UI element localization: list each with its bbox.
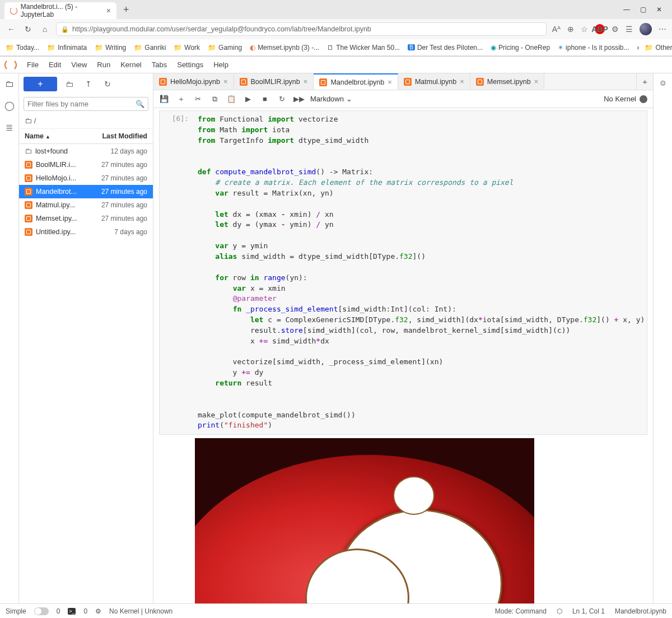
add-cell-icon[interactable]: ＋ xyxy=(176,94,186,104)
run-icon[interactable]: ▶ xyxy=(243,95,253,103)
document-tab[interactable]: Memset.ipynb× xyxy=(470,73,544,90)
file-row[interactable]: 🗀lost+found12 days ago xyxy=(19,144,153,158)
browser-chrome: Mandelbrot.i... (5) - JupyterLab × + — ▢… xyxy=(0,0,672,57)
overflow-icon[interactable]: › xyxy=(637,44,639,52)
maximize-button[interactable]: ▢ xyxy=(640,6,646,13)
file-row[interactable]: Matmul.ipy...27 minutes ago xyxy=(19,198,153,212)
new-launcher-button[interactable]: + xyxy=(24,77,57,91)
jupyter-body: 🗀 ◯ ≣ + 🗀 ⤒ ↻ 🔍 🗀 / Name▲ Last Modified … xyxy=(0,73,672,603)
tab-close-icon[interactable]: × xyxy=(106,7,111,15)
menu-settings[interactable]: Settings xyxy=(177,61,203,69)
bookmark-item[interactable]: 🗋The Wicker Man 50... xyxy=(327,44,400,52)
document-tab[interactable]: Matmul.ipynb× xyxy=(398,73,470,90)
bookmark-item[interactable]: 📁Work xyxy=(174,44,200,52)
tab-close-icon[interactable]: × xyxy=(304,77,308,86)
cell-type-select[interactable]: Markdown ⌄ xyxy=(310,95,352,103)
terminal-icon[interactable]: >_ xyxy=(68,608,76,615)
minimize-button[interactable]: — xyxy=(623,6,630,13)
notebook-icon xyxy=(319,78,327,86)
filter-input[interactable] xyxy=(27,100,136,108)
menu-kernel[interactable]: Kernel xyxy=(120,61,142,69)
menu-file[interactable]: File xyxy=(27,61,39,69)
document-tab[interactable]: HelloMojo.ipynb× xyxy=(153,73,234,90)
bookmark-item[interactable]: 📁Writing xyxy=(95,44,126,52)
address-row: ← ↻ ⌂ 🔒 https://playground.modular.com/u… xyxy=(0,19,672,39)
stop-icon[interactable]: ■ xyxy=(260,95,270,103)
file-row[interactable]: BoolMLIR.i...27 minutes ago xyxy=(19,158,153,171)
upload-icon[interactable]: ⤒ xyxy=(82,80,95,89)
toc-icon[interactable]: ≣ xyxy=(6,122,13,133)
browser-tab[interactable]: Mandelbrot.i... (5) - JupyterLab × xyxy=(4,2,116,19)
menu-view[interactable]: View xyxy=(71,61,87,69)
tab-label: Memset.ipynb xyxy=(487,78,531,86)
home-button[interactable]: ⌂ xyxy=(39,25,50,34)
refresh-icon[interactable]: ↻ xyxy=(101,80,114,89)
code-editor[interactable]: from Functional import vectorize from Ma… xyxy=(193,111,647,434)
document-tab[interactable]: Mandelbrot.ipynb× xyxy=(314,73,398,90)
right-activity-bar: ⚙ xyxy=(653,73,672,603)
menu-tabs[interactable]: Tabs xyxy=(152,61,167,69)
bookmark-item[interactable]: 📁Ganriki xyxy=(134,44,166,52)
breadcrumb[interactable]: 🗀 / xyxy=(19,113,153,129)
tab-close-icon[interactable]: × xyxy=(534,77,539,86)
favorite-icon[interactable]: ☆ xyxy=(581,25,588,34)
bookmark-item[interactable]: BDer Test des Piloten... xyxy=(408,44,483,52)
file-row[interactable]: Untitled.ipy...7 days ago xyxy=(19,225,153,239)
copy-icon[interactable]: ⧉ xyxy=(209,95,220,104)
tab-close-icon[interactable]: × xyxy=(460,77,464,86)
address-bar[interactable]: 🔒 https://playground.modular.com/user/se… xyxy=(56,22,547,36)
kernel-indicator-icon xyxy=(640,95,647,103)
adblock-icon[interactable]: ABP xyxy=(595,24,605,34)
file-row[interactable]: Mandelbrot...27 minutes ago xyxy=(19,185,153,198)
settings-icon[interactable]: ⚙ xyxy=(660,79,666,87)
notebook-icon xyxy=(25,188,32,196)
refresh-button[interactable]: ↻ xyxy=(22,25,34,34)
trust-icon[interactable]: ⬡ xyxy=(557,607,562,615)
bookmark-item[interactable]: ◉Pricing - OneRep xyxy=(491,44,550,52)
other-favorites[interactable]: 📁Other favorites xyxy=(645,44,672,52)
text-size-icon[interactable]: Aᴬ xyxy=(552,25,561,34)
cut-icon[interactable]: ✂ xyxy=(193,95,203,103)
menu-edit[interactable]: Edit xyxy=(49,61,61,69)
more-icon[interactable]: ⋯ xyxy=(659,25,666,34)
profile-avatar[interactable] xyxy=(640,23,652,35)
file-row[interactable]: Memset.ipy...27 minutes ago xyxy=(19,212,153,225)
restart-icon[interactable]: ↻ xyxy=(277,95,287,103)
file-name: Mandelbrot.ipynb xyxy=(615,607,666,615)
close-button[interactable]: ✕ xyxy=(656,6,662,13)
bookmark-item[interactable]: 📁Infinimata xyxy=(47,44,87,52)
code-cell[interactable]: [6]: from Functional import vectorize fr… xyxy=(159,110,647,435)
folder-icon: 📁 xyxy=(47,44,55,52)
simple-toggle[interactable] xyxy=(34,607,49,615)
tab-close-icon[interactable]: × xyxy=(388,78,392,86)
bookmark-item[interactable]: ◐Memset.ipynb (3) -... xyxy=(250,44,319,52)
new-folder-icon[interactable]: 🗀 xyxy=(63,80,76,89)
document-tab[interactable]: BoolMLIR.ipynb× xyxy=(234,73,314,90)
file-row[interactable]: HelloMojo.i...27 minutes ago xyxy=(19,171,153,185)
bookmark-item[interactable]: 📁Gaming xyxy=(208,44,242,52)
paste-icon[interactable]: 📋 xyxy=(226,95,236,103)
menu-run[interactable]: Run xyxy=(97,61,110,69)
chevron-down-icon: ⌄ xyxy=(346,95,352,103)
save-icon[interactable]: 💾 xyxy=(159,95,169,103)
tab-close-icon[interactable]: × xyxy=(223,77,228,86)
settings-icon[interactable]: ⚙ xyxy=(95,607,101,615)
folder-icon[interactable]: 🗀 xyxy=(5,79,14,89)
collections-icon[interactable]: ☰ xyxy=(626,25,633,34)
add-tab-button[interactable]: + xyxy=(636,73,653,90)
fast-forward-icon[interactable]: ▶▶ xyxy=(293,95,304,103)
file-name: Matmul.ipy... xyxy=(25,201,75,209)
zoom-icon[interactable]: ⊕ xyxy=(567,25,574,34)
header-name[interactable]: Name▲ xyxy=(25,132,50,140)
notebook-content[interactable]: [6]: from Functional import vectorize fr… xyxy=(153,108,653,603)
back-button[interactable]: ← xyxy=(6,25,17,34)
header-modified[interactable]: Last Modified xyxy=(102,132,147,140)
bookmark-item[interactable]: ✶iphone - Is it possib... xyxy=(558,44,629,52)
bookmark-item[interactable]: 📁Today... xyxy=(6,44,39,52)
extension-icon[interactable]: ⚙ xyxy=(612,25,619,34)
menu-help[interactable]: Help xyxy=(213,61,228,69)
running-icon[interactable]: ◯ xyxy=(4,100,15,111)
new-tab-button[interactable]: + xyxy=(119,2,134,18)
kernel-status[interactable]: No Kernel xyxy=(604,95,647,103)
file-filter[interactable]: 🔍 xyxy=(24,97,148,111)
